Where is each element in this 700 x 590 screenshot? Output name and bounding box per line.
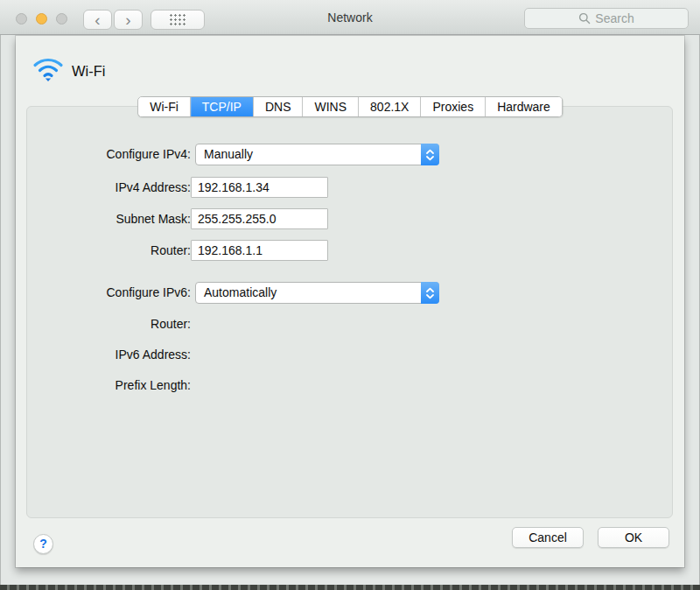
- help-button[interactable]: ?: [33, 534, 53, 554]
- window-titlebar: Network ‹ › Search: [0, 0, 700, 35]
- configure-ipv4-popup[interactable]: Manually: [195, 144, 439, 165]
- ipv6-address-label: IPv6 Address:: [16, 348, 191, 362]
- tab-802-1x[interactable]: 802.1X: [359, 97, 421, 116]
- search-placeholder: Search: [595, 11, 634, 25]
- ipv6-router-label: Router:: [16, 317, 191, 332]
- popup-stepper-icon: [421, 144, 439, 165]
- prefix-length-row: Prefix Length:: [16, 378, 684, 393]
- configure-ipv4-row: Configure IPv4: Manually: [16, 144, 684, 165]
- prefix-length-label: Prefix Length:: [16, 378, 191, 393]
- configure-ipv6-value: Automatically: [204, 283, 276, 303]
- forward-icon: ›: [125, 11, 130, 29]
- show-all-button[interactable]: [150, 10, 205, 30]
- ok-button[interactable]: OK: [598, 527, 669, 548]
- network-preferences-window: Network ‹ › Search: [0, 0, 700, 590]
- ipv4-address-row: IPv4 Address:: [16, 177, 684, 198]
- subnet-mask-field[interactable]: [191, 208, 328, 229]
- tab-dns[interactable]: DNS: [254, 97, 304, 116]
- help-icon: ?: [39, 537, 47, 551]
- forward-button[interactable]: ›: [114, 10, 143, 30]
- tcpip-sheet: Wi-Fi Wi-FiTCP/IPDNSWINS802.1XProxiesHar…: [16, 36, 684, 567]
- back-icon: ‹: [94, 11, 100, 29]
- router-field[interactable]: [191, 240, 328, 261]
- cancel-button[interactable]: Cancel: [512, 527, 584, 548]
- tab-hardware[interactable]: Hardware: [486, 97, 562, 116]
- subnet-mask-row: Subnet Mask:: [16, 208, 684, 229]
- subnet-mask-label: Subnet Mask:: [16, 208, 191, 229]
- tab-proxies[interactable]: Proxies: [421, 97, 486, 116]
- ipv6-address-row: IPv6 Address:: [16, 348, 684, 362]
- popup-stepper-icon: [421, 282, 439, 304]
- tab-content-panel: [26, 106, 673, 518]
- configure-ipv6-row: Configure IPv6: Automatically: [16, 282, 684, 304]
- configure-ipv6-label: Configure IPv6:: [16, 282, 191, 304]
- background-page-strip: [0, 585, 700, 590]
- ipv4-address-label: IPv4 Address:: [16, 177, 191, 198]
- router-row: Router:: [16, 240, 684, 261]
- tab-tcp-ip[interactable]: TCP/IP: [191, 97, 254, 116]
- configure-ipv4-value: Manually: [204, 144, 253, 165]
- show-all-grid-icon: [169, 13, 186, 26]
- search-icon: [578, 12, 591, 25]
- configure-ipv6-popup[interactable]: Automatically: [195, 282, 439, 304]
- service-name: Wi-Fi: [72, 63, 105, 80]
- router-label: Router:: [16, 240, 191, 261]
- wifi-icon: [32, 54, 65, 87]
- ipv6-router-row: Router:: [16, 317, 684, 332]
- ipv4-address-field[interactable]: [191, 177, 328, 198]
- configure-ipv4-label: Configure IPv4:: [16, 144, 191, 165]
- search-input[interactable]: Search: [524, 8, 689, 29]
- back-button[interactable]: ‹: [83, 10, 112, 30]
- tab-wins[interactable]: WINS: [304, 97, 360, 116]
- tab-wi-fi[interactable]: Wi-Fi: [138, 97, 191, 116]
- tab-bar: Wi-FiTCP/IPDNSWINS802.1XProxiesHardware: [137, 96, 563, 117]
